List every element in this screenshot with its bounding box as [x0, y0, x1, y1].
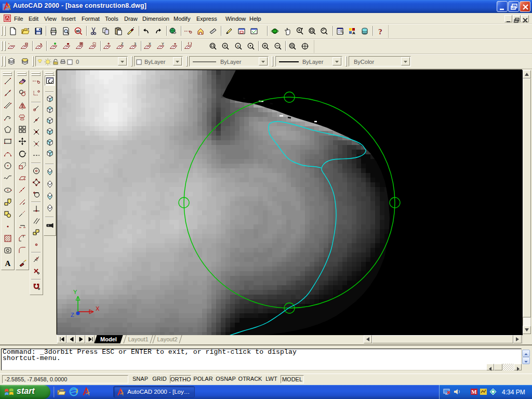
svg-text:ByColor: ByColor [354, 59, 374, 65]
svg-text:Y: Y [73, 289, 77, 295]
svg-text:?: ? [378, 28, 382, 35]
svg-text:M: M [471, 389, 477, 395]
svg-text:ByLayer: ByLayer [144, 59, 166, 65]
svg-text:Z: Z [121, 42, 124, 46]
svg-text:A: A [352, 31, 355, 35]
svg-text:!: ! [342, 31, 343, 35]
svg-text:ByLayer: ByLayer [302, 59, 324, 65]
svg-text:A: A [5, 259, 11, 267]
svg-text:Y: Y [162, 42, 164, 46]
svg-text:0: 0 [76, 59, 79, 65]
svg-text:Z: Z [71, 312, 74, 318]
svg-text:X: X [237, 45, 239, 48]
svg-text:ab: ab [76, 29, 80, 33]
svg-text:X: X [96, 305, 100, 312]
svg-text:3: 3 [134, 42, 136, 46]
svg-text:X: X [149, 42, 151, 46]
svg-text:ByLayer: ByLayer [220, 59, 242, 65]
